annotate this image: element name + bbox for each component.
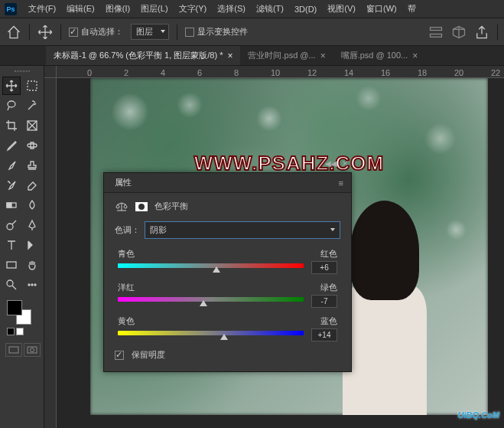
dodge-tool[interactable] (2, 216, 21, 234)
ruler-vertical[interactable] (44, 78, 57, 428)
tab-document-2[interactable]: 营业时间.psd @...× (240, 46, 333, 65)
rectangle-tool[interactable] (2, 256, 21, 274)
svg-rect-14 (9, 347, 18, 353)
standard-mode-icon[interactable] (5, 343, 22, 357)
share-icon[interactable] (474, 25, 489, 40)
brush-tool[interactable] (2, 156, 21, 175)
menu-image[interactable]: 图像(I) (100, 0, 135, 18)
history-brush-tool[interactable] (2, 176, 21, 194)
menu-select[interactable]: 选择(S) (212, 0, 251, 18)
quickmask-mode-icon[interactable] (24, 343, 41, 357)
eyedropper-tool[interactable] (2, 136, 21, 155)
svg-point-12 (31, 284, 33, 286)
menu-window[interactable]: 窗口(W) (361, 0, 402, 18)
tab-document-3[interactable]: 嘴唇.psd @ 100...× (333, 46, 426, 65)
default-colors-icon[interactable] (7, 328, 15, 335)
menu-edit[interactable]: 编辑(E) (61, 0, 100, 18)
menu-layer[interactable]: 图层(L) (135, 0, 173, 18)
properties-tab[interactable]: 属性 (112, 173, 135, 192)
mask-icon (135, 201, 148, 212)
frame-tool[interactable] (23, 116, 41, 135)
menu-filter[interactable]: 滤镜(T) (251, 0, 289, 18)
panel-menu-icon[interactable]: ≡ (339, 178, 343, 188)
svg-rect-7 (7, 203, 11, 207)
foreground-swatch[interactable] (7, 300, 22, 315)
menu-help[interactable]: 帮 (402, 0, 421, 18)
svg-rect-1 (431, 34, 442, 37)
toolbox (0, 66, 44, 428)
slider-value-input-0[interactable]: +6 (311, 261, 337, 274)
align-icon[interactable] (428, 25, 444, 40)
svg-point-13 (34, 284, 36, 286)
menu-3d[interactable]: 3D(D) (289, 2, 322, 17)
svg-rect-5 (28, 144, 37, 147)
ruler-horizontal[interactable]: 0246810121416182022 (57, 66, 504, 78)
path-tool[interactable] (23, 236, 41, 254)
svg-point-8 (7, 224, 13, 230)
gradient-tool[interactable] (2, 196, 21, 214)
ps-logo-icon: Ps (5, 3, 17, 15)
edit-toolbar[interactable] (23, 276, 41, 294)
properties-panel: ◀◀ ✕ 属性 ≡ 色彩平衡 色调： 阴影 青色红色 +6 洋红绿色 (103, 172, 352, 372)
balance-icon (115, 201, 128, 212)
panel-collapse-icon[interactable]: ◀◀ (325, 159, 337, 168)
lasso-tool[interactable] (2, 96, 21, 115)
marquee-tool[interactable] (23, 77, 41, 95)
auto-select-checkbox[interactable]: 自动选择： (69, 26, 123, 38)
auto-select-target-dropdown[interactable]: 图层 (131, 24, 169, 40)
svg-rect-2 (28, 81, 37, 90)
svg-point-16 (31, 348, 34, 352)
panel-close-icon[interactable]: ✕ (342, 159, 348, 168)
home-icon[interactable] (6, 25, 21, 40)
menu-bar: Ps 文件(F) 编辑(E) 图像(I) 图层(L) 文字(Y) 选择(S) 滤… (0, 0, 504, 18)
crop-tool[interactable] (2, 116, 21, 135)
menu-file[interactable]: 文件(F) (23, 0, 61, 18)
tone-label: 色调： (115, 224, 140, 236)
uibq-watermark: UiBQ.CoM (458, 406, 499, 422)
menu-view[interactable]: 视图(V) (322, 0, 361, 18)
move-tool[interactable] (2, 77, 21, 95)
slider-left-label: 洋红 (118, 282, 135, 293)
zoom-tool[interactable] (2, 276, 21, 294)
svg-point-11 (28, 284, 30, 286)
swap-colors-icon[interactable] (16, 328, 24, 335)
color-swatches[interactable] (7, 300, 31, 325)
slider-left-label: 青色 (118, 248, 135, 260)
close-icon[interactable]: × (412, 51, 418, 61)
preserve-luminosity-checkbox[interactable]: 保留明度 (115, 349, 340, 361)
show-transform-checkbox[interactable]: 显示变换控件 (185, 26, 248, 38)
menu-type[interactable]: 文字(Y) (174, 0, 213, 18)
close-icon[interactable]: × (227, 51, 232, 61)
slider-right-label: 蓝色 (320, 315, 337, 327)
close-icon[interactable]: × (320, 51, 326, 61)
magic-wand-tool[interactable] (23, 96, 41, 115)
color-balance-slider-0[interactable] (118, 263, 304, 273)
options-bar: 自动选择： 图层 显示变换控件 (0, 18, 504, 46)
document-tab-bar: 未标题-1 @ 66.7% (色彩平衡 1, 图层蒙版/8) *× 营业时间.p… (0, 46, 504, 66)
svg-point-10 (7, 280, 13, 286)
3d-mode-icon[interactable] (451, 25, 467, 40)
move-tool-icon[interactable] (37, 25, 53, 40)
slider-value-input-1[interactable]: -7 (311, 295, 337, 308)
svg-rect-9 (7, 262, 16, 268)
blur-tool[interactable] (23, 196, 41, 214)
color-balance-slider-1[interactable] (118, 297, 304, 306)
slider-right-label: 红色 (320, 248, 337, 260)
slider-value-input-2[interactable]: +14 (311, 328, 337, 341)
hand-tool[interactable] (23, 256, 41, 274)
stamp-tool[interactable] (23, 156, 41, 175)
svg-rect-0 (431, 27, 442, 30)
healing-tool[interactable] (23, 136, 41, 155)
eraser-tool[interactable] (23, 176, 41, 194)
color-balance-slider-2[interactable] (118, 331, 304, 340)
type-tool[interactable] (2, 236, 21, 254)
tab-document-1[interactable]: 未标题-1 @ 66.7% (色彩平衡 1, 图层蒙版/8) *× (46, 46, 240, 65)
pen-tool[interactable] (23, 216, 41, 234)
adjustment-name: 色彩平衡 (154, 201, 188, 212)
toolbox-handle[interactable] (2, 69, 41, 74)
svg-point-18 (138, 204, 145, 210)
tone-select[interactable]: 阴影 (145, 221, 340, 239)
slider-left-label: 黄色 (118, 315, 135, 327)
slider-right-label: 绿色 (320, 282, 337, 293)
ruler-origin[interactable] (44, 66, 57, 78)
